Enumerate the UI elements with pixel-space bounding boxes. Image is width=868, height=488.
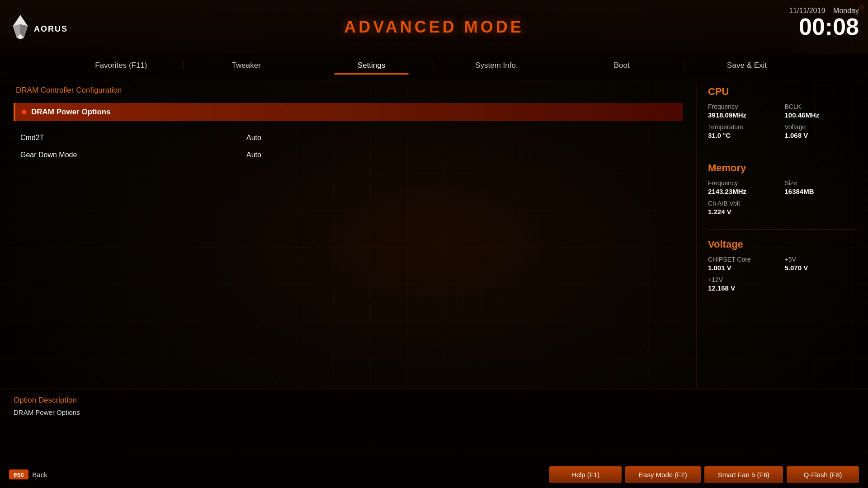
footer-bar: esc Back Help (F1) Easy Mode (F2) Smart … — [0, 461, 868, 488]
cpu-voltage-label: Voltage — [785, 123, 857, 131]
plus12v-value: 12.168 V — [708, 284, 780, 292]
cpu-section: CPU Frequency 3918.09MHz BCLK 100.46MHz … — [708, 86, 857, 139]
main-panel: DRAM Controller Configuration DRAM Power… — [0, 86, 696, 389]
cpu-section-title: CPU — [708, 86, 857, 98]
datetime-area: 11/11/2019 Monday 00:08 — [789, 7, 859, 38]
breadcrumb: DRAM Controller Configuration — [14, 86, 683, 95]
main-title: ADVANCED MODE — [344, 18, 524, 37]
memory-size-value: 16384MB — [785, 188, 857, 195]
cpu-voltage-value: 1.068 V — [785, 131, 857, 139]
memory-ch-volt-value: 1.224 V — [708, 208, 780, 216]
option-desc-text: DRAM Power Options — [14, 408, 854, 416]
divider-2 — [708, 229, 857, 230]
logo-area: AORUS — [9, 11, 68, 43]
setting-name-gear-down-mode: Gear Down Mode — [20, 151, 246, 159]
back-label: Back — [32, 471, 47, 479]
cpu-bclk-item: BCLK 100.46MHz — [785, 103, 857, 119]
voltage-section-title: Voltage — [708, 239, 857, 250]
setting-item-cmd2t[interactable]: Cmd2T Auto — [18, 130, 678, 145]
selected-indicator — [22, 110, 26, 114]
memory-frequency-value: 2143.23MHz — [708, 188, 780, 195]
option-desc-title: Option Description — [14, 396, 854, 405]
nav-item-favorites[interactable]: Favorites (F11) — [59, 57, 184, 74]
cpu-temperature-item: Temperature 31.0 °C — [708, 123, 780, 139]
chipset-label: CHIPSET Core — [708, 256, 780, 263]
divider-1 — [708, 153, 857, 153]
memory-size-label: Size — [785, 179, 857, 187]
memory-ch-volt-item: Ch A/B Volt 1.224 V — [708, 200, 780, 216]
cpu-temperature-value: 31.0 °C — [708, 131, 780, 139]
nav-item-settings[interactable]: Settings — [309, 57, 434, 74]
right-panel: CPU Frequency 3918.09MHz BCLK 100.46MHz … — [696, 86, 868, 389]
voltage-section: Voltage CHIPSET Core 1.001 V +5V 5.070 V… — [708, 239, 857, 292]
esc-badge[interactable]: esc — [9, 469, 28, 479]
title-area: ADVANCED MODE — [344, 18, 524, 37]
plus5v-item: +5V 5.070 V — [785, 256, 857, 272]
time-display: 00:08 — [789, 15, 859, 38]
selected-section-label: DRAM Power Options — [31, 108, 111, 117]
memory-frequency-item: Frequency 2143.23MHz — [708, 179, 780, 195]
wifi-icon: ⊙ — [859, 4, 864, 11]
cpu-bclk-label: BCLK — [785, 103, 857, 110]
cpu-frequency-value: 3918.09MHz — [708, 111, 780, 119]
footer-buttons: Help (F1) Easy Mode (F2) Smart Fan 5 (F6… — [549, 466, 859, 483]
selected-section-row[interactable]: DRAM Power Options — [14, 103, 683, 121]
esc-area: esc Back — [9, 469, 47, 479]
cpu-voltage-item: Voltage 1.068 V — [785, 123, 857, 139]
plus5v-value: 5.070 V — [785, 264, 857, 272]
memory-section-title: Memory — [708, 162, 857, 174]
memory-size-item: Size 16384MB — [785, 179, 857, 195]
nav-item-system-info[interactable]: System Info. — [434, 57, 559, 74]
memory-info-grid: Frequency 2143.23MHz Size 16384MB Ch A/B… — [708, 179, 857, 216]
setting-item-gear-down-mode[interactable]: Gear Down Mode Auto — [18, 147, 678, 163]
nav-item-boot[interactable]: Boot — [559, 57, 684, 74]
help-button[interactable]: Help (F1) — [549, 466, 622, 483]
chipset-value: 1.001 V — [708, 264, 780, 272]
main-container: AORUS ADVANCED MODE 11/11/2019 Monday 00… — [0, 0, 868, 488]
nav-bar: Favorites (F11) Tweaker Settings System … — [0, 54, 868, 77]
voltage-info-grid: CHIPSET Core 1.001 V +5V 5.070 V +12V 12… — [708, 256, 857, 292]
plus12v-item: +12V 12.168 V — [708, 276, 780, 292]
memory-ch-volt-label: Ch A/B Volt — [708, 200, 780, 207]
settings-list: Cmd2T Auto Gear Down Mode Auto — [14, 130, 683, 164]
cpu-bclk-value: 100.46MHz — [785, 111, 857, 119]
logo-text: AORUS — [34, 24, 68, 34]
cpu-frequency-item: Frequency 3918.09MHz — [708, 103, 780, 119]
plus12v-label: +12V — [708, 276, 780, 283]
smart-fan-button[interactable]: Smart Fan 5 (F6) — [704, 466, 783, 483]
setting-value-cmd2t: Auto — [246, 134, 261, 142]
q-flash-button[interactable]: Q-Flash (F8) — [787, 466, 859, 483]
memory-section: Memory Frequency 2143.23MHz Size 16384MB… — [708, 162, 857, 216]
nav-item-save-exit[interactable]: Save & Exit — [684, 57, 809, 74]
chipset-item: CHIPSET Core 1.001 V — [708, 256, 780, 272]
setting-value-gear-down-mode: Auto — [246, 151, 261, 159]
content-area: DRAM Controller Configuration DRAM Power… — [0, 77, 868, 389]
setting-name-cmd2t: Cmd2T — [20, 134, 246, 142]
cpu-frequency-label: Frequency — [708, 103, 780, 110]
cpu-temperature-label: Temperature — [708, 123, 780, 131]
bottom-area: Option Description DRAM Power Options — [0, 389, 868, 461]
easy-mode-button[interactable]: Easy Mode (F2) — [625, 466, 701, 483]
header: AORUS ADVANCED MODE 11/11/2019 Monday 00… — [0, 0, 868, 54]
cpu-info-grid: Frequency 3918.09MHz BCLK 100.46MHz Temp… — [708, 103, 857, 139]
plus5v-label: +5V — [785, 256, 857, 263]
memory-frequency-label: Frequency — [708, 179, 780, 187]
aorus-logo-icon — [9, 11, 32, 43]
nav-item-tweaker[interactable]: Tweaker — [184, 57, 309, 74]
